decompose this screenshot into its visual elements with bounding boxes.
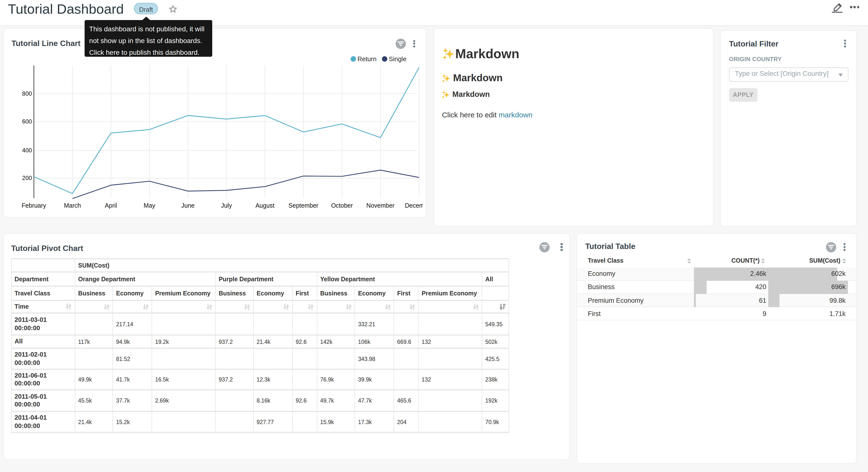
svg-text:February: February (22, 202, 46, 209)
svg-text:March: March (64, 202, 81, 209)
svg-text:800: 800 (22, 90, 32, 97)
svg-text:May: May (144, 202, 156, 209)
svg-text:September: September (288, 202, 318, 209)
svg-text:April: April (105, 202, 117, 209)
svg-text:November: November (366, 202, 394, 209)
svg-text:600: 600 (22, 118, 32, 125)
svg-text:August: August (255, 202, 275, 209)
svg-text:June: June (181, 202, 194, 209)
svg-text:400: 400 (22, 147, 32, 154)
svg-text:October: October (331, 202, 353, 209)
svg-text:July: July (221, 202, 232, 209)
svg-text:200: 200 (22, 175, 32, 181)
svg-text:December: December (405, 202, 423, 209)
